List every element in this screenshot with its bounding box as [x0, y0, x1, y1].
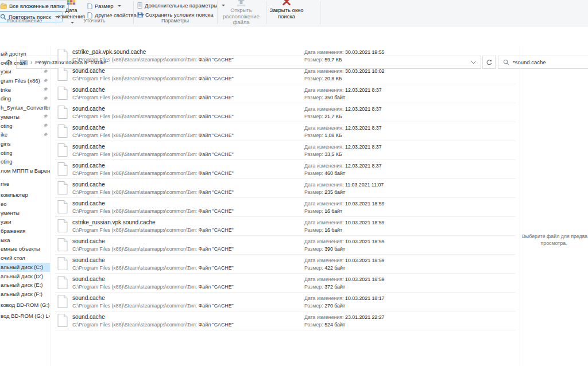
sidebar-item[interactable]: gins — [0, 139, 51, 149]
floppy-disk-icon — [137, 12, 143, 18]
file-name: sound.cache — [72, 200, 105, 207]
pin-icon — [44, 69, 48, 74]
file-name: cstrike_russian.vpk.sound.cache — [72, 219, 156, 225]
sidebar-item-label: очий стол — [1, 255, 25, 261]
preview-placeholder-text: Выберите файл для предва — [522, 233, 588, 239]
save-search-button[interactable]: Сохранить условия поиска — [137, 11, 213, 18]
sidebar-item-label: емные объекты — [1, 246, 40, 252]
file-date-modified: Дата изменения: 12.03.2021 8:37 — [304, 125, 382, 131]
close-search-button[interactable]: Закрыть окно поиска — [269, 0, 304, 25]
sidebar-item[interactable]: очий стол — [0, 59, 51, 68]
file-row[interactable]: cstrike_pak.vpk.sound.cache C:\Program F… — [55, 46, 516, 65]
sidebar-item-label: oting — [1, 150, 13, 156]
sidebar-item[interactable]: вод BD-ROM (G:) L4D_D — [0, 312, 51, 321]
file-icon — [57, 181, 68, 194]
file-type: Тип: Файл "CACHE" — [187, 114, 234, 119]
sidebar-item[interactable]: ументы — [0, 209, 51, 218]
file-row[interactable]: sound.cache C:\Program Files (x86)\Steam… — [55, 103, 516, 122]
file-row[interactable]: sound.cache C:\Program Files (x86)\Steam… — [55, 65, 516, 84]
file-row[interactable]: sound.cache C:\Program Files (x86)\Steam… — [55, 312, 516, 330]
sidebar-item[interactable]: альный диск (F:) — [0, 290, 51, 299]
sidebar-item-label: вод BD-ROM (G:) L4D_D — [1, 313, 51, 319]
file-icon — [57, 124, 68, 138]
search-input[interactable] — [513, 59, 576, 65]
file-name: sound.cache — [72, 143, 105, 150]
file-row[interactable]: sound.cache C:\Program Files (x86)\Steam… — [55, 198, 516, 217]
file-date-modified: Дата изменения: 10.03.2021 18:59 — [304, 258, 385, 263]
sidebar-item-label: ыка — [1, 237, 10, 243]
sidebar-item[interactable]: ыка — [0, 236, 51, 245]
sidebar-item[interactable]: ео — [0, 200, 51, 209]
sidebar-item[interactable]: gram Files (x86) — [0, 76, 51, 85]
open-file-location-button[interactable]: Открыть расположение файла — [216, 0, 266, 25]
file-row[interactable]: sound.cache C:\Program Files (x86)\Steam… — [55, 160, 516, 179]
file-name: sound.cache — [72, 238, 105, 244]
sidebar-item[interactable]: узки — [0, 67, 51, 76]
sidebar-item[interactable]: ding — [0, 94, 51, 103]
address-row: › Результаты поиска в "cstrike" — [0, 26, 588, 45]
file-path: C:\Program Files (x86)\Steam\steamapps\c… — [72, 189, 192, 195]
file-row[interactable]: cstrike_russian.vpk.sound.cache C:\Progr… — [55, 217, 516, 236]
file-row[interactable]: sound.cache C:\Program Files (x86)\Steam… — [55, 122, 516, 141]
file-type: Тип: Файл "CACHE" — [187, 151, 234, 157]
sidebar-item[interactable]: ike — [0, 130, 51, 139]
sidebar-item-label: очий стол — [1, 60, 25, 66]
file-icon — [57, 295, 68, 308]
file-row[interactable]: sound.cache C:\Program Files (x86)\Steam… — [55, 255, 516, 274]
sidebar-item[interactable]: oting — [0, 149, 51, 158]
sidebar-item[interactable]: очий стол — [0, 254, 51, 263]
sidebar-item[interactable]: лом МППП в Баренцев — [0, 166, 51, 176]
file-name: sound.cache — [72, 257, 105, 263]
sidebar-item[interactable]: ументы — [0, 112, 51, 122]
file-row[interactable]: sound.cache C:\Program Files (x86)\Steam… — [55, 236, 516, 255]
file-size: Размер: 350 байт — [304, 95, 345, 100]
advanced-options-button[interactable]: Дополнительные параметры — [137, 2, 225, 9]
sidebar-item[interactable]: oting — [0, 157, 51, 166]
file-type: Тип: Файл "CACHE" — [187, 265, 234, 271]
sidebar-item[interactable]: ковод BD-ROM (G:) L4D_ — [0, 301, 51, 310]
file-icon — [57, 87, 68, 100]
file-date-modified: Дата изменения: 10.03.2021 18:59 — [304, 220, 385, 225]
sidebar-item[interactable]: узки — [0, 217, 51, 227]
file-path: C:\Program Files (x86)\Steam\steamapps\c… — [72, 284, 192, 290]
file-name: sound.cache — [72, 295, 105, 301]
file-icon — [57, 49, 68, 62]
sidebar-item[interactable]: бражения — [0, 227, 51, 236]
sidebar-item-label: gram Files (x86) — [1, 77, 40, 84]
file-size: Размер: 33,5 КБ — [304, 151, 342, 157]
file-row[interactable]: sound.cache C:\Program Files (x86)\Steam… — [55, 141, 516, 160]
file-type: Тип: Файл "CACHE" — [187, 322, 234, 328]
file-path: C:\Program Files (x86)\Steam\steamapps\c… — [72, 265, 192, 271]
file-type: Тип: Файл "CACHE" — [187, 284, 234, 290]
file-row[interactable]: sound.cache C:\Program Files (x86)\Steam… — [55, 274, 516, 293]
file-date-modified: Дата изменения: 12.03.2021 8:37 — [304, 87, 382, 93]
sidebar-item[interactable]: емные объекты — [0, 244, 51, 254]
file-name: sound.cache — [72, 106, 105, 112]
sidebar-item[interactable]: альный диск (E:) — [0, 281, 51, 290]
pin-icon — [44, 106, 48, 110]
sidebar-item-label: лом МППП в Баренцев — [1, 168, 51, 174]
sidebar-item[interactable]: trike — [0, 85, 51, 95]
file-icon — [57, 200, 68, 213]
file-row[interactable]: sound.cache C:\Program Files (x86)\Steam… — [55, 84, 516, 103]
file-row[interactable]: sound.cache C:\Program Files (x86)\Steam… — [55, 179, 516, 198]
sidebar-item[interactable]: rive — [0, 180, 51, 189]
file-size: Размер: 270 байт — [304, 303, 345, 309]
sidebar-item[interactable]: компьютер — [0, 190, 51, 200]
file-date-modified: Дата изменения: 10.03.2021 18:59 — [304, 277, 385, 282]
sidebar-item[interactable]: h_Syntax_Converter — [0, 103, 51, 112]
file-row[interactable]: sound.cache C:\Program Files (x86)\Steam… — [55, 293, 516, 312]
sidebar-item[interactable]: альный диск (C:) — [0, 263, 51, 272]
size-filter-button[interactable]: Размер — [87, 3, 121, 9]
sidebar-item[interactable]: oting — [0, 122, 51, 131]
file-path: C:\Program Files (x86)\Steam\steamapps\c… — [72, 114, 192, 119]
sidebar-item-label: ковод BD-ROM (G:) L4D_ — [1, 302, 51, 308]
size-filter-label: Размер — [95, 3, 114, 9]
sidebar-item[interactable]: альный диск (D:) — [0, 272, 51, 281]
pin-icon — [44, 60, 48, 65]
ribbon-search-tools: Все вложенные папки Повторить поиск Расп… — [0, 0, 588, 26]
sidebar-item[interactable]: ый доступ — [0, 49, 51, 59]
file-size: Размер: 21,7 КБ — [304, 114, 342, 119]
file-name: sound.cache — [72, 68, 105, 74]
close-search-label: Закрыть окно поиска — [269, 7, 304, 20]
